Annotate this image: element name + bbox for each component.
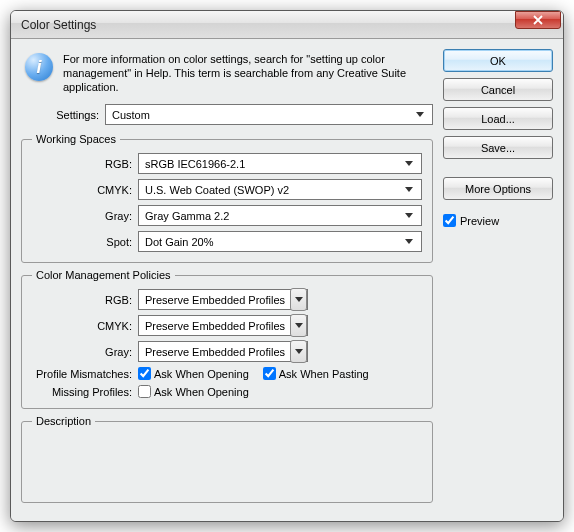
ws-gray-dropdown[interactable]: Gray Gamma 2.2 bbox=[138, 205, 422, 226]
pol-gray-dropdown[interactable]: Preserve Embedded Profiles bbox=[138, 341, 308, 362]
color-settings-dialog: Color Settings i For more information on… bbox=[10, 10, 564, 522]
chevron-down-icon bbox=[401, 154, 417, 173]
missing-label: Missing Profiles: bbox=[32, 386, 132, 398]
left-panel: i For more information on color settings… bbox=[21, 49, 433, 509]
pol-rgb-label: RGB: bbox=[32, 294, 132, 306]
pol-cmyk-dropdown[interactable]: Preserve Embedded Profiles bbox=[138, 315, 308, 336]
window-title: Color Settings bbox=[21, 18, 96, 32]
chevron-down-icon bbox=[412, 105, 428, 124]
more-options-button[interactable]: More Options bbox=[443, 177, 553, 200]
pol-gray-label: Gray: bbox=[32, 346, 132, 358]
working-spaces-group: Working Spaces RGB: sRGB IEC61966-2.1 CM… bbox=[21, 133, 433, 263]
mismatch-label: Profile Mismatches: bbox=[32, 368, 132, 380]
chevron-down-icon bbox=[401, 206, 417, 225]
ws-cmyk-label: CMYK: bbox=[32, 184, 132, 196]
mismatch-open-checkbox[interactable]: Ask When Opening bbox=[138, 367, 249, 380]
preview-label: Preview bbox=[460, 215, 499, 227]
ws-gray-label: Gray: bbox=[32, 210, 132, 222]
right-panel: OK Cancel Load... Save... More Options P… bbox=[443, 49, 553, 509]
description-group: Description bbox=[21, 415, 433, 503]
chevron-down-icon bbox=[290, 288, 307, 311]
chevron-down-icon bbox=[290, 314, 307, 337]
cancel-button[interactable]: Cancel bbox=[443, 78, 553, 101]
mismatch-paste-checkbox[interactable]: Ask When Pasting bbox=[263, 367, 369, 380]
load-button[interactable]: Load... bbox=[443, 107, 553, 130]
policies-legend: Color Management Policies bbox=[32, 269, 175, 281]
pol-cmyk-label: CMYK: bbox=[32, 320, 132, 332]
ws-cmyk-dropdown[interactable]: U.S. Web Coated (SWOP) v2 bbox=[138, 179, 422, 200]
chevron-down-icon bbox=[401, 180, 417, 199]
dialog-body: i For more information on color settings… bbox=[11, 39, 563, 521]
ws-rgb-label: RGB: bbox=[32, 158, 132, 170]
info-row: i For more information on color settings… bbox=[21, 49, 433, 102]
titlebar: Color Settings bbox=[11, 11, 563, 39]
info-text: For more information on color settings, … bbox=[63, 53, 431, 94]
chevron-down-icon bbox=[401, 232, 417, 251]
pol-rgb-dropdown[interactable]: Preserve Embedded Profiles bbox=[138, 289, 308, 310]
ws-spot-dropdown[interactable]: Dot Gain 20% bbox=[138, 231, 422, 252]
working-spaces-legend: Working Spaces bbox=[32, 133, 120, 145]
close-button[interactable] bbox=[515, 11, 561, 29]
ws-rgb-dropdown[interactable]: sRGB IEC61966-2.1 bbox=[138, 153, 422, 174]
policies-group: Color Management Policies RGB: Preserve … bbox=[21, 269, 433, 409]
close-icon bbox=[533, 15, 543, 25]
description-legend: Description bbox=[32, 415, 95, 427]
settings-value: Custom bbox=[112, 109, 412, 121]
ws-spot-label: Spot: bbox=[32, 236, 132, 248]
missing-open-checkbox[interactable]: Ask When Opening bbox=[138, 385, 249, 398]
settings-dropdown[interactable]: Custom bbox=[105, 104, 433, 125]
settings-row: Settings: Custom bbox=[21, 102, 433, 133]
settings-label: Settings: bbox=[21, 109, 99, 121]
ok-button[interactable]: OK bbox=[443, 49, 553, 72]
info-icon: i bbox=[25, 53, 53, 81]
save-button[interactable]: Save... bbox=[443, 136, 553, 159]
preview-checkbox[interactable] bbox=[443, 214, 456, 227]
chevron-down-icon bbox=[290, 340, 307, 363]
